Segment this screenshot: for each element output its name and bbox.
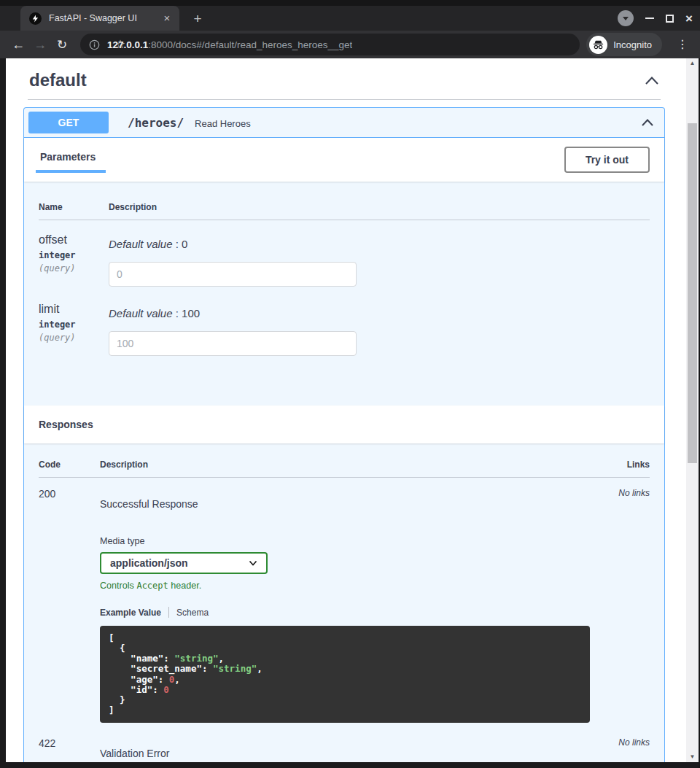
- accept-note-suffix: header.: [168, 581, 202, 591]
- param-default: Default value : 0: [109, 233, 650, 250]
- url-text: 127.0.0.1:8000/docs#/default/read_heroes…: [107, 39, 352, 50]
- default-value-label: Default value: [109, 307, 173, 319]
- minimize-button[interactable]: [645, 18, 654, 19]
- incognito-badge: Incognito: [586, 33, 662, 56]
- tag-section-title: default: [29, 70, 87, 90]
- media-type-block: Media type application/json Controls Acc…: [100, 536, 607, 591]
- forward-icon[interactable]: →: [29, 37, 51, 53]
- responses-table: Code Description Links 200 Successful Re…: [24, 443, 664, 762]
- default-value-sep: :: [173, 307, 182, 319]
- param-type: integer: [39, 250, 109, 260]
- section-divider: [28, 99, 661, 100]
- param-default: Default value : 100: [109, 303, 650, 319]
- accept-note-prefix: Controls: [100, 581, 136, 591]
- opblock-header[interactable]: GET /heroes/ Read Heroes: [24, 108, 664, 138]
- try-it-out-button[interactable]: Try it out: [564, 147, 650, 173]
- parameters-table-header: Name Description: [39, 192, 650, 220]
- tab-separator: [168, 607, 169, 618]
- default-value: 0: [182, 238, 187, 250]
- accept-note-code: Accept: [136, 581, 168, 591]
- offset-input[interactable]: [109, 262, 357, 287]
- browser-tab[interactable]: FastAPI - Swagger UI ×: [20, 6, 179, 31]
- parameter-row-limit: limit integer (query) Default value : 10…: [39, 290, 650, 359]
- swagger-page: default GET /heroes/ Read Heroes Paramet…: [6, 58, 686, 762]
- new-tab-button[interactable]: +: [188, 9, 207, 28]
- window-close-button[interactable]: ×: [685, 12, 693, 25]
- media-type-label: Media type: [100, 536, 607, 546]
- code-column-header: Code: [39, 459, 100, 470]
- tab-title: FastAPI - Swagger UI: [49, 13, 160, 23]
- links-column-header: Links: [607, 459, 650, 470]
- incognito-icon: [589, 36, 607, 54]
- default-value: 100: [182, 307, 200, 319]
- page-scrollbar[interactable]: ▲ ▼: [686, 58, 699, 762]
- response-links: No links: [607, 488, 650, 723]
- reload-icon[interactable]: ↻: [51, 37, 73, 53]
- response-row-422: 422 Validation Error No links: [39, 723, 650, 762]
- url-host: 127.0.0.1: [107, 39, 148, 50]
- section-collapse-icon[interactable]: [645, 76, 659, 85]
- opblock-get-heroes: GET /heroes/ Read Heroes Parameters Try …: [23, 107, 665, 762]
- responses-table-header: Code Description Links: [39, 446, 650, 478]
- param-type: integer: [39, 319, 109, 330]
- response-row-200: 200 Successful Response Media type appli…: [39, 478, 650, 723]
- browser-toolbar: ← → ↻ 127.0.0.1:8000/docs#/default/read_…: [0, 31, 700, 58]
- param-location: (query): [39, 263, 109, 274]
- url-path: :8000/docs#/default/read_heroes_heroes__…: [148, 39, 352, 50]
- browser-menu-icon[interactable]: ⋮: [677, 37, 688, 52]
- back-icon[interactable]: ←: [7, 37, 29, 53]
- responses-section-header: Responses: [24, 406, 664, 443]
- scrollbar-thumb[interactable]: [688, 123, 697, 463]
- scroll-down-icon[interactable]: ▼: [686, 752, 699, 762]
- tag-section-header[interactable]: default: [23, 58, 665, 90]
- parameters-section-header: Parameters Try it out: [24, 138, 664, 182]
- response-code: 422: [39, 737, 100, 759]
- fastapi-favicon-icon: [29, 12, 42, 25]
- address-bar[interactable]: 127.0.0.1:8000/docs#/default/read_heroes…: [80, 34, 580, 55]
- name-column-header: Name: [39, 202, 109, 212]
- scroll-up-icon[interactable]: ▲: [686, 58, 699, 69]
- tab-search-icon[interactable]: [618, 10, 634, 26]
- accept-header-note: Controls Accept header.: [100, 581, 607, 591]
- description-column-header: Description: [109, 202, 650, 212]
- tab-bar: FastAPI - Swagger UI × + ×: [0, 6, 700, 31]
- responses-title: Responses: [39, 419, 93, 430]
- limit-input[interactable]: [109, 331, 357, 356]
- method-badge: GET: [28, 112, 109, 133]
- parameter-row-offset: offset integer (query) Default value : 0: [39, 220, 650, 290]
- maximize-button[interactable]: [666, 15, 674, 23]
- media-type-select[interactable]: application/json: [100, 552, 268, 574]
- operation-collapse-icon[interactable]: [641, 118, 654, 127]
- window-controls: ×: [618, 7, 693, 29]
- tab-close-icon[interactable]: ×: [160, 12, 174, 25]
- example-schema-tabs: Example Value Schema: [100, 607, 607, 618]
- media-type-value: application/json: [110, 557, 188, 569]
- site-info-icon[interactable]: [89, 39, 100, 50]
- bookmark-star-icon[interactable]: ☆: [115, 38, 125, 51]
- response-description: Validation Error: [100, 748, 607, 759]
- parameters-table: Name Description offset integer (query) …: [24, 182, 664, 406]
- default-value-sep: :: [173, 238, 182, 250]
- default-value-label: Default value: [109, 238, 173, 250]
- response-code: 200: [39, 488, 100, 723]
- response-links: No links: [607, 737, 650, 759]
- operation-summary: Read Heroes: [195, 117, 251, 129]
- param-name: offset: [39, 233, 109, 247]
- example-code: [ { "name": "string", "secret_name": "st…: [100, 626, 590, 723]
- operation-path: /heroes/: [128, 116, 184, 130]
- chevron-down-icon: [249, 560, 257, 566]
- response-description: Successful Response: [100, 498, 607, 510]
- incognito-label: Incognito: [613, 39, 652, 50]
- parameters-tab: Parameters: [39, 147, 97, 173]
- param-location: (query): [39, 333, 109, 343]
- tab-schema[interactable]: Schema: [176, 608, 209, 618]
- param-name: limit: [39, 303, 109, 316]
- window-frame-top: [0, 0, 700, 6]
- response-description-column-header: Description: [100, 459, 607, 470]
- tab-example-value[interactable]: Example Value: [100, 608, 161, 618]
